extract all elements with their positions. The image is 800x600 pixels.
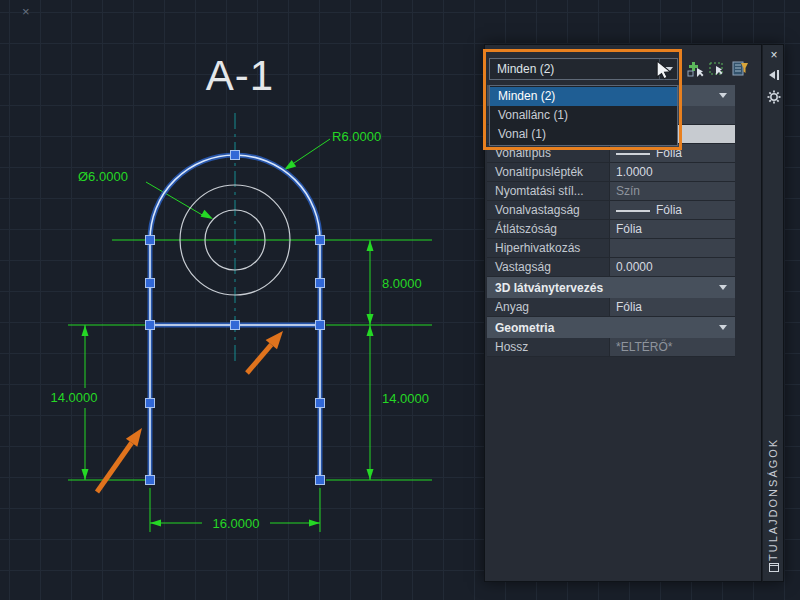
dim-bottom[interactable]: 16.0000 — [213, 516, 260, 531]
select-objects-icon[interactable] — [707, 59, 727, 79]
property-value-text: Szín — [616, 184, 640, 198]
callout-arrows[interactable] — [97, 331, 283, 492]
property-value-text: 0.0000 — [616, 260, 653, 274]
linetype-sample-icon — [616, 153, 650, 155]
palette-title-bar[interactable]: × TULAJDONSÁGOK — [762, 44, 784, 582]
property-value[interactable]: Fólia — [609, 298, 735, 317]
section-header[interactable]: Geometria — [487, 317, 735, 338]
property-row: Hiperhivatkozás — [487, 239, 735, 258]
property-value-text: *ELTÉRŐ* — [616, 340, 672, 354]
property-value-text: Fólia — [616, 222, 642, 236]
property-value[interactable]: 0.0000 — [609, 258, 735, 277]
property-row: AnyagFólia — [487, 298, 735, 317]
dim-radius[interactable]: R6.0000 — [332, 129, 381, 144]
linetype-sample-icon — [616, 210, 650, 212]
section-header[interactable]: 3D látványtervezés — [487, 277, 735, 298]
annotation-highlight-box — [483, 49, 682, 150]
palette-dock-icon[interactable] — [763, 559, 785, 579]
chevron-down-icon — [719, 325, 727, 330]
palette-title: TULAJDONSÁGOK — [767, 397, 781, 561]
property-row: Nyomtatási stíl...Szín — [487, 182, 735, 201]
property-value-text: Fólia — [656, 203, 682, 217]
section-label: 3D látványtervezés — [495, 278, 719, 298]
drawing-title[interactable]: A-1 — [206, 52, 274, 99]
property-value-text: Fólia — [616, 300, 642, 314]
property-value[interactable] — [609, 239, 735, 258]
property-label: Vonaltípuslépték — [487, 163, 609, 182]
property-label: Átlátszóság — [487, 220, 609, 239]
gear-icon[interactable] — [763, 89, 785, 109]
dimension-lines[interactable] — [85, 139, 370, 523]
property-label: Nyomtatási stíl... — [487, 182, 609, 201]
dim-right[interactable]: 14.0000 — [382, 391, 429, 406]
property-row: Hossz*ELTÉRŐ* — [487, 338, 735, 357]
properties-palette: Minden (2) — [484, 44, 784, 582]
dim-upper-right[interactable]: 8.0000 — [382, 276, 422, 291]
application-window: × A-1 — [0, 0, 800, 600]
property-label: Hossz — [487, 338, 609, 357]
extension-lines — [68, 325, 432, 532]
pickadd-toggle-icon[interactable] — [685, 59, 705, 79]
property-label: Vastagság — [487, 258, 609, 277]
property-row: ÁtlátszóságFólia — [487, 220, 735, 239]
property-label: Hiperhivatkozás — [487, 239, 609, 258]
property-value[interactable]: *ELTÉRŐ* — [609, 338, 735, 357]
property-value[interactable]: 1.0000 — [609, 163, 735, 182]
properties-palette-main: Minden (2) — [484, 44, 762, 582]
mouse-cursor — [656, 61, 672, 80]
property-row: VonalvastagságFólia — [487, 201, 735, 220]
property-value-text: 1.0000 — [616, 165, 653, 179]
chevron-down-icon — [719, 93, 727, 98]
quick-select-icon[interactable] — [730, 59, 750, 79]
dimension-arrowheads — [82, 160, 374, 527]
property-label: Vonalvastagság — [487, 201, 609, 220]
section-label: Geometria — [495, 318, 719, 338]
dim-left[interactable]: 14.0000 — [51, 390, 98, 405]
property-value[interactable]: Fólia — [609, 201, 735, 220]
property-row: Vonaltípuslépték1.0000 — [487, 163, 735, 182]
property-row: Vastagság0.0000 — [487, 258, 735, 277]
property-label: Anyag — [487, 298, 609, 317]
chevron-down-icon — [719, 285, 727, 290]
property-value[interactable]: Fólia — [609, 220, 735, 239]
property-value[interactable]: Szín — [609, 182, 735, 201]
auto-hide-icon[interactable] — [763, 67, 785, 87]
close-icon[interactable]: × — [763, 48, 785, 62]
dim-diameter[interactable]: Ø6.0000 — [78, 169, 128, 184]
